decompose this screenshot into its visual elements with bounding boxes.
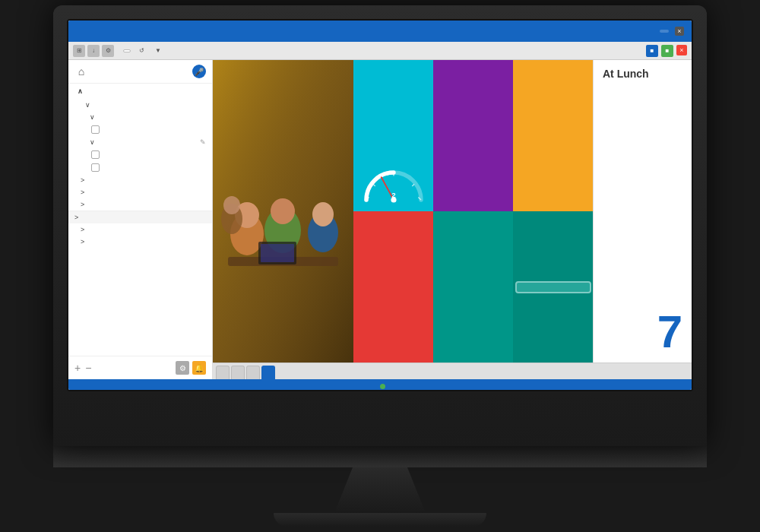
sidebar-bottom-icons: ⚙ 🔔 <box>176 361 206 375</box>
checkbox-weekly-chats[interactable] <box>91 163 100 172</box>
expand-icon: > <box>74 214 78 221</box>
svg-rect-12 <box>261 244 294 262</box>
sidebar-item-north-office[interactable]: > <box>68 211 212 223</box>
sidebar-item-south-office-reception[interactable]: > <box>68 236 212 248</box>
active-chats-gauge: 2 <box>363 162 424 204</box>
topbar: × <box>68 21 692 42</box>
expand-icon: > <box>81 226 84 233</box>
app: × ⊞ ↓ ⚙ ↺ ▼ ■ <box>68 21 692 391</box>
footer <box>68 379 692 391</box>
monitor-foot <box>274 513 486 527</box>
sidebar-item-calls-today[interactable] <box>68 148 212 161</box>
svg-line-14 <box>373 184 375 186</box>
expand-icon: > <box>81 188 84 196</box>
tile-at-lunch: At Lunch7 <box>593 60 692 363</box>
gauge-svg: 2 <box>359 162 428 204</box>
sidebar-item-front-reception[interactable] <box>68 123 212 136</box>
tile-avg-chatting-time <box>433 60 513 211</box>
expand-icon: > <box>81 201 84 208</box>
grid-icon[interactable]: ⊞ <box>73 45 85 57</box>
color-scheme-icon[interactable]: ■ <box>646 45 658 57</box>
svg-line-16 <box>412 184 414 186</box>
footer-status <box>377 384 385 389</box>
monitor-screen: × ⊞ ↓ ⚙ ↺ ▼ ■ <box>67 19 693 391</box>
sidebar-tree: ∨ ∨ <box>68 99 212 248</box>
svg-point-8 <box>312 202 334 226</box>
collapse-icon: ∨ <box>90 113 95 121</box>
main-area: ⌂ 🎤 ∧ ∨ <box>68 60 692 379</box>
sidebar: ⌂ 🎤 ∧ ∨ <box>68 60 213 379</box>
tab-weekly-chats[interactable] <box>246 366 260 379</box>
mic-icon[interactable]: 🎤 <box>192 65 206 78</box>
at-lunch-title: At Lunch <box>603 68 649 80</box>
refresh-icon[interactable]: ↺ <box>135 45 147 57</box>
collapse-icon: ∨ <box>90 138 95 146</box>
status-dot <box>380 384 385 389</box>
svg-text:2: 2 <box>391 191 396 199</box>
notifications-icon[interactable]: 🔔 <box>192 361 206 375</box>
window-controls: ■ ■ × <box>646 45 687 57</box>
sidebar-item-sales-team[interactable]: > <box>68 223 212 236</box>
collapse-icon: ∨ <box>85 101 90 109</box>
sidebar-bottom: + − ⚙ 🔔 <box>68 356 212 379</box>
team-image-bg <box>213 60 353 363</box>
settings-icon[interactable]: ⚙ <box>102 45 114 57</box>
topbar-right: × <box>660 27 684 36</box>
settings-icon[interactable]: ⚙ <box>176 361 189 375</box>
monitor-body: × ⊞ ↓ ⚙ ↺ ▼ ■ <box>53 5 707 446</box>
chat-response-kpi-value <box>515 281 591 293</box>
chevron-up-icon: ∧ <box>78 87 84 95</box>
add-item-button[interactable]: + <box>74 362 81 374</box>
sign-out-button[interactable] <box>660 30 669 33</box>
expand-icon: > <box>81 238 84 245</box>
reporting-section-header[interactable]: ∧ <box>68 84 212 99</box>
close-icon[interactable]: × <box>675 27 684 36</box>
svg-point-6 <box>271 198 295 224</box>
monitor-base-neck <box>53 446 707 467</box>
tile-inbound-chats <box>513 60 593 211</box>
sidebar-item-support-team[interactable]: ∨ ✎ <box>68 136 212 148</box>
toolbar-icons: ⊞ ↓ ⚙ <box>73 45 114 57</box>
dashboard: 2 <box>213 60 692 379</box>
at-lunch-value: 7 <box>657 309 682 355</box>
home-icon[interactable]: ⌂ <box>74 65 88 78</box>
monitor-stand-arm <box>334 467 426 513</box>
tile-inbound-calls <box>353 211 433 363</box>
secondbar: ⊞ ↓ ⚙ ↺ ▼ ■ ■ × <box>68 42 692 60</box>
tabbar <box>213 363 692 379</box>
kpi-bar-container <box>522 219 584 355</box>
checkbox-calls-today[interactable] <box>91 150 100 159</box>
layout-icon[interactable]: ■ <box>661 45 673 57</box>
svg-point-10 <box>223 196 240 214</box>
tile-active-chats: 2 <box>353 60 433 211</box>
sidebar-item-financial-reports[interactable]: > <box>68 186 212 198</box>
tab-calls-today[interactable] <box>216 366 230 379</box>
remove-item-button[interactable]: − <box>85 362 91 374</box>
window-close-button[interactable]: × <box>676 45 687 55</box>
sidebar-toprow: ⌂ 🎤 <box>68 60 212 84</box>
edit-icon[interactable]: ✎ <box>200 138 206 146</box>
expand-icon: > <box>81 176 84 184</box>
download-icon[interactable]: ↓ <box>87 45 100 57</box>
tab-front-reception[interactable] <box>231 366 245 379</box>
sidebar-item-my-missed-calls[interactable]: > <box>68 198 212 211</box>
sidebar-item-reception[interactable]: ∨ <box>68 111 212 123</box>
filter-icon[interactable]: ▼ <box>152 45 164 57</box>
sidebar-item-communication-overview[interactable]: > <box>68 174 212 186</box>
tab-support-team-performance[interactable] <box>261 366 275 379</box>
tile-chat-response-kpi <box>513 211 593 363</box>
kpi-grid: 2 <box>353 60 692 363</box>
tile-emails-picked-up <box>433 211 513 363</box>
sidebar-item-weekly-chats[interactable] <box>68 161 212 174</box>
checkbox-front-reception[interactable] <box>91 125 100 134</box>
dashboard-grid-wrapper: 2 <box>213 60 692 363</box>
sidebar-item-south-office[interactable]: ∨ <box>68 99 212 111</box>
device-filter-value[interactable] <box>123 49 131 52</box>
team-image-panel <box>213 60 353 363</box>
